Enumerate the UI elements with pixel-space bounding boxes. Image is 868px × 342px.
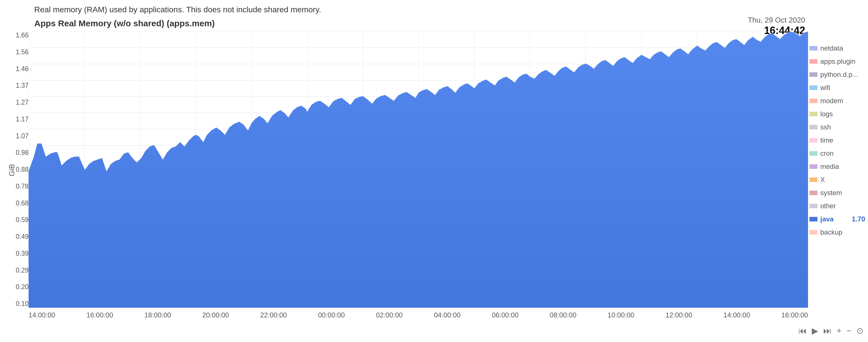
legend-item[interactable]: apps.plugin: [809, 57, 865, 65]
y-tick: 0.78: [11, 183, 29, 190]
x-axis-label: 10:00:00: [608, 311, 634, 319]
legend: netdataapps.pluginpython.d.p...wifimodem…: [809, 44, 865, 242]
x-axis-label: 00:00:00: [318, 311, 345, 319]
legend-item-label: time: [820, 136, 833, 144]
chart-svg: [29, 31, 808, 308]
legend-item[interactable]: ssh: [809, 123, 865, 131]
legend-item-label: ssh: [820, 123, 831, 131]
legend-color-swatch: [809, 204, 817, 208]
legend-item[interactable]: other: [809, 202, 865, 210]
y-tick: 0.49: [11, 233, 29, 241]
legend-item-label: logs: [820, 110, 833, 118]
legend-item[interactable]: X: [809, 176, 865, 184]
y-tick: 0.10: [11, 300, 29, 308]
legend-color-swatch: [809, 217, 817, 221]
legend-item-label: other: [820, 202, 836, 210]
legend-item-label: X: [820, 176, 825, 184]
legend-item-label: backup: [820, 228, 842, 236]
legend-color-swatch: [809, 164, 817, 169]
legend-item-value: 1.70: [852, 215, 865, 223]
x-axis: 14:00:0016:00:0018:00:0020:00:0022:00:00…: [29, 311, 808, 319]
legend-color-swatch: [809, 59, 817, 64]
legend-color-swatch: [809, 46, 817, 51]
legend-color-swatch: [809, 151, 817, 156]
legend-color-swatch: [809, 99, 817, 103]
legend-item[interactable]: netdata: [809, 44, 865, 52]
legend-color-swatch: [809, 86, 817, 90]
y-tick: 0.39: [11, 250, 29, 257]
x-axis-label: 08:00:00: [550, 311, 577, 319]
legend-item-label: media: [820, 162, 839, 170]
legend-item-label: cron: [820, 149, 834, 157]
y-tick: 0.88: [11, 166, 29, 174]
legend-item[interactable]: wifi: [809, 84, 865, 92]
legend-color-swatch: [809, 191, 817, 195]
reset-button[interactable]: ⊙: [855, 325, 865, 336]
rewind-button[interactable]: ⏮: [797, 325, 809, 336]
legend-item[interactable]: java1.70: [809, 215, 865, 223]
y-tick: 1.27: [11, 99, 29, 106]
x-axis-label: 14:00:00: [29, 311, 55, 319]
y-tick: 1.56: [11, 48, 29, 56]
forward-button[interactable]: ⏭: [822, 325, 833, 336]
x-axis-label: 16:00:00: [87, 311, 113, 319]
legend-item[interactable]: cron: [809, 149, 865, 157]
chart-title: Apps Real Memory (w/o shared) (apps.mem): [34, 19, 215, 28]
x-axis-label: 04:00:00: [434, 311, 460, 319]
x-axis-label: 22:00:00: [260, 311, 287, 319]
x-axis-label: 18:00:00: [144, 311, 171, 319]
y-tick: 0.59: [11, 216, 29, 224]
chart-description: Real memory (RAM) used by applications. …: [34, 5, 321, 14]
legend-item[interactable]: system: [809, 189, 865, 197]
x-axis-label: 20:00:00: [202, 311, 229, 319]
legend-color-swatch: [809, 178, 817, 182]
legend-color-swatch: [809, 230, 817, 235]
zoom-in-button[interactable]: +: [835, 325, 843, 336]
legend-item[interactable]: time: [809, 136, 865, 144]
x-axis-label: 06:00:00: [492, 311, 518, 319]
y-tick: 1.07: [11, 132, 29, 140]
y-tick: 0.20: [11, 283, 29, 291]
legend-item-label: apps.plugin: [820, 57, 856, 65]
legend-color-swatch: [809, 138, 817, 143]
y-tick: 1.66: [11, 31, 29, 39]
y-tick: 0.98: [11, 149, 29, 157]
legend-item-label: modem: [820, 97, 843, 105]
x-axis-label: 02:00:00: [376, 311, 402, 319]
y-tick: 1.46: [11, 65, 29, 73]
y-tick: 1.37: [11, 82, 29, 89]
legend-item-label: wifi: [820, 84, 830, 92]
timestamp-date: Thu, 29 Oct 2020: [748, 16, 805, 25]
legend-item-label: system: [820, 189, 842, 197]
legend-item[interactable]: python.d.p...: [809, 70, 865, 79]
legend-item-label: python.d.p...: [820, 70, 858, 79]
legend-color-swatch: [809, 112, 817, 116]
y-tick: 0.29: [11, 267, 29, 274]
chart-area: [29, 31, 808, 308]
legend-item-label: java: [820, 215, 834, 223]
y-tick: 1.17: [11, 116, 29, 123]
x-axis-label: 12:00:00: [665, 311, 692, 319]
legend-item[interactable]: backup: [809, 228, 865, 236]
x-axis-label: 14:00:00: [723, 311, 750, 319]
play-button[interactable]: ▶: [810, 325, 820, 336]
y-tick: 0.68: [11, 199, 29, 207]
nav-buttons[interactable]: ⏮▶⏭+−⊙: [797, 325, 865, 336]
legend-color-swatch: [809, 125, 817, 129]
legend-item[interactable]: media: [809, 162, 865, 170]
legend-color-swatch: [809, 72, 817, 77]
legend-item-label: netdata: [820, 44, 843, 52]
zoom-out-button[interactable]: −: [844, 325, 853, 336]
x-axis-label: 16:00:00: [781, 311, 808, 319]
legend-item[interactable]: modem: [809, 97, 865, 105]
legend-item[interactable]: logs: [809, 110, 865, 118]
y-ticks: 1.661.561.461.371.271.171.070.980.880.78…: [11, 31, 29, 308]
chart-container: Real memory (RAM) used by applications. …: [0, 0, 868, 342]
